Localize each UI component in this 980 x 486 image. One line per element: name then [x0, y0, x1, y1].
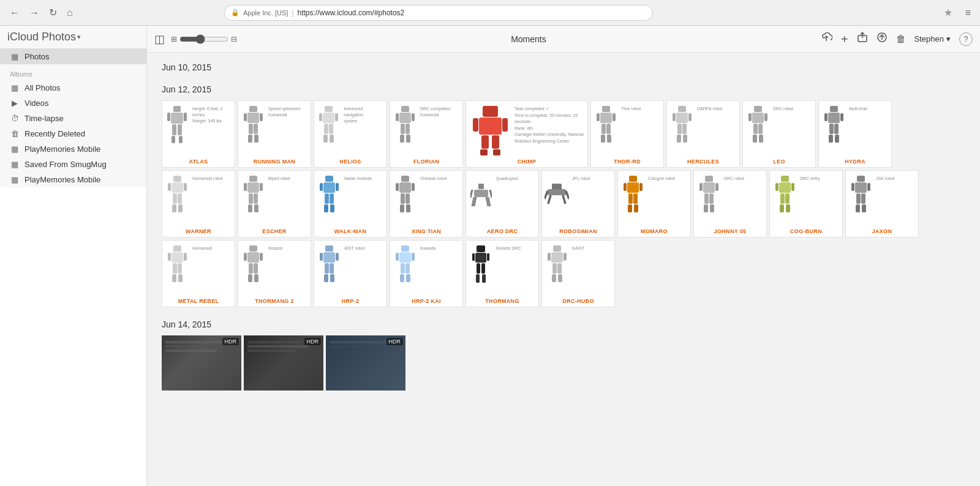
robot-card-chimp[interactable]: Task completed ✓ Time to complete: 55 mi… — [466, 100, 588, 168]
svg-rect-163 — [260, 253, 263, 261]
robot-row-1: Height: 6 feet, 2 inchesWeight: 345 lbs … — [162, 100, 970, 168]
robot-card-walk-man[interactable]: Italian Institute WALK-MAN — [314, 170, 387, 237]
robot-card-florian[interactable]: DRC competitorhumanoid FLORIAN — [390, 100, 463, 168]
robot-figure-running-man — [243, 105, 264, 144]
sidebar-item-playmemories2[interactable]: ▦ PlayMemories Mobile — [0, 172, 146, 187]
robot-card-jaxon[interactable]: JSK robot JAXON — [845, 170, 919, 237]
sidebar-item-all-photos[interactable]: ▦ All Photos — [0, 80, 146, 95]
robot-info-warner: Humanoid robot — [165, 174, 232, 214]
svg-rect-79 — [178, 193, 182, 204]
robot-info-thor-rd: Thor robot — [594, 105, 661, 144]
robot-figure-leo — [747, 105, 769, 144]
sidebar-item-videos[interactable]: ▶ Videos — [0, 95, 146, 111]
robot-figure-chimp — [470, 105, 510, 157]
svg-rect-102 — [401, 193, 405, 204]
robot-card-running-man[interactable]: Speed optimizedhumanoid RUNNING MAN — [238, 100, 311, 168]
robot-card-aero-drc[interactable]: Quadruped AERO DRC — [466, 170, 539, 237]
robot-name-jaxon: JAXON — [872, 228, 892, 234]
sidebar-item-recently-deleted[interactable]: 🗑 Recently Deleted — [0, 126, 146, 141]
robot-card-helios[interactable]: Advanced navigationsystem HELIOS — [314, 100, 387, 168]
home-button[interactable]: ⌂ — [63, 6, 77, 20]
forward-button[interactable]: → — [26, 6, 43, 20]
svg-rect-134 — [704, 204, 708, 212]
sidebar-item-smugmug[interactable]: ▦ Saved From SmugMug — [0, 157, 146, 172]
svg-rect-27 — [399, 113, 411, 123]
back-button[interactable]: ← — [6, 6, 23, 20]
robot-card-thormang2[interactable]: Robotis THORMANG 2 — [238, 240, 311, 307]
svg-rect-66 — [830, 106, 838, 112]
svg-rect-141 — [785, 193, 790, 204]
robot-figure-jaxon — [850, 174, 872, 214]
icloud-header: iCloud Photos ▾ — [0, 26, 147, 49]
svg-rect-188 — [477, 263, 480, 274]
robot-figure-johnny05 — [698, 174, 720, 214]
robot-name-drc-hubo: DRC-HUBO — [562, 298, 594, 304]
address-bar[interactable]: 🔒 Apple Inc. [US] | https://www.icloud.c… — [224, 5, 653, 21]
settings-button[interactable]: ≡ — [962, 6, 974, 20]
robot-row-3: Humanoid METAL REBEL — [162, 240, 970, 307]
svg-rect-36 — [473, 118, 478, 132]
hdr-photo-2[interactable]: HDR — [244, 335, 323, 391]
svg-rect-53 — [688, 113, 692, 121]
photos-text: Photos — [42, 31, 76, 43]
svg-rect-96 — [324, 204, 328, 212]
svg-rect-51 — [676, 113, 688, 123]
add-button[interactable]: + — [841, 33, 848, 45]
robot-card-hercules[interactable]: DARPA robot HERCULES — [666, 100, 740, 168]
sidebar-recently-deleted-label: Recently Deleted — [24, 129, 85, 138]
zoom-slider[interactable] — [179, 34, 228, 44]
svg-rect-94 — [325, 193, 329, 204]
robot-info-thormang2: Robotis — [241, 244, 308, 284]
robot-card-metal-rebel[interactable]: Humanoid METAL REBEL — [162, 240, 235, 307]
svg-rect-139 — [791, 183, 794, 191]
robot-card-hrp2[interactable]: AIST robot HRP-2 — [314, 240, 387, 307]
svg-rect-199 — [558, 274, 562, 282]
sidebar-item-playmemories1[interactable]: ▦ PlayMemories Mobile — [0, 141, 146, 157]
svg-rect-145 — [855, 182, 867, 193]
svg-rect-124 — [628, 193, 633, 204]
robot-card-drc-hubo[interactable]: KAIST DRC-HUBO — [541, 240, 615, 307]
svg-rect-67 — [828, 113, 840, 123]
sidebar-item-photos[interactable]: ▦ Photos — [0, 49, 146, 64]
robot-card-johnny05[interactable]: DRC robot JOHNNY 05 — [693, 170, 767, 237]
reload-button[interactable]: ↻ — [45, 6, 61, 20]
robot-name-hercules: HERCULES — [687, 159, 719, 165]
robot-card-warner[interactable]: Humanoid robot WARNER — [162, 170, 235, 237]
svg-rect-5 — [184, 113, 187, 121]
upload-button[interactable] — [820, 32, 832, 46]
svg-line-118 — [548, 195, 551, 204]
robot-card-leo[interactable]: DRC robot LEO — [742, 100, 816, 168]
robot-info-cog-burn: DRC entry — [772, 174, 840, 214]
robot-card-robosimian[interactable]: JPL robot ROBOSIMIAN — [541, 170, 615, 237]
hdr-photo-1[interactable]: HDR — [162, 335, 241, 391]
user-menu[interactable]: Stephen ▾ — [914, 34, 951, 43]
bookmark-button[interactable]: ★ — [944, 7, 952, 18]
robot-card-xing-tian[interactable]: Chinese robot XING TIAN — [390, 170, 463, 237]
robot-card-thormang[interactable]: Robotis DRC THORMANG — [466, 240, 539, 307]
robot-card-escher[interactable]: Biped robot ESCHER — [238, 170, 311, 237]
svg-rect-162 — [244, 253, 247, 261]
svg-rect-20 — [319, 113, 322, 121]
robot-card-momaro[interactable]: Cologne robot MOMARO — [617, 170, 691, 237]
robot-info-text-leo: DRC robot — [772, 105, 794, 144]
zoom-min-icon: ⊞ — [171, 35, 177, 43]
svg-rect-150 — [856, 204, 860, 212]
robot-card-hydra[interactable]: Multi-limb HYDRA — [818, 100, 892, 168]
share-button[interactable] — [857, 32, 868, 46]
hdr-photo-3[interactable]: HDR — [326, 335, 405, 391]
help-button[interactable]: ? — [959, 32, 973, 46]
delete-button[interactable]: 🗑 — [896, 34, 906, 45]
robot-card-atlas[interactable]: Height: 6 feet, 2 inchesWeight: 345 lbs … — [162, 100, 235, 168]
robot-name-chimp: CHIMP — [518, 159, 537, 165]
sidebar-item-timelapse[interactable]: ⏱ Time-lapse — [0, 111, 146, 126]
robot-card-hrp2kai[interactable]: Kawada HRP-2 KAI — [390, 240, 463, 307]
icloud-share-button[interactable] — [876, 32, 888, 46]
robot-card-thor-rd[interactable]: Thor robot THOR-RD — [590, 100, 664, 168]
browser-chrome: ← → ↻ ⌂ 🔒 Apple Inc. [US] | https://www.… — [0, 0, 980, 26]
app-dropdown-button[interactable]: ▾ — [77, 33, 81, 41]
svg-line-119 — [563, 195, 565, 204]
sidebar-toggle-button[interactable]: ◫ — [154, 32, 165, 46]
robot-card-cog-burn[interactable]: DRC entry COG-BURN — [769, 170, 843, 237]
robot-info-text-robosimian: JPL robot — [571, 174, 592, 208]
robot-info-jaxon: JSK robot — [848, 174, 916, 214]
